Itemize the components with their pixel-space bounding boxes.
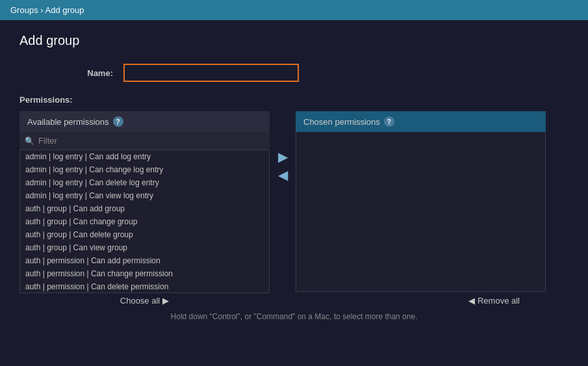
chosen-panel-title: Chosen permissions (303, 117, 380, 127)
available-permission-item[interactable]: admin | log entry | Can change log entry (20, 163, 269, 176)
breadcrumb-parent-link[interactable]: Groups (10, 5, 38, 15)
available-permission-item[interactable]: auth | group | Can add group (20, 202, 269, 215)
remove-all-arrow-icon: ◀ (468, 296, 475, 306)
available-permission-item[interactable]: auth | group | Can change group (20, 215, 269, 228)
permissions-container: Available permissions ? 🔍 admin | log en… (19, 111, 569, 293)
chosen-permissions-panel: Chosen permissions ? (296, 111, 546, 292)
chosen-permissions-list[interactable] (296, 132, 546, 292)
available-permission-item[interactable]: auth | permission | Can delete permissio… (20, 280, 269, 293)
move-right-button[interactable]: ▶ (278, 150, 288, 163)
name-label: Name: (19, 68, 123, 78)
footer-right: ◀ Remove all (270, 296, 520, 306)
page-title: Add group (19, 33, 569, 48)
footer-left: Choose all ▶ (19, 296, 270, 306)
available-permission-item[interactable]: auth | permission | Can add permission (20, 254, 269, 267)
available-permissions-list[interactable]: admin | log entry | Can add log entryadm… (19, 150, 270, 293)
remove-all-button[interactable]: ◀ Remove all (468, 296, 520, 306)
available-permission-item[interactable]: auth | group | Can delete group (20, 228, 269, 241)
name-form-row: Name: (19, 64, 569, 82)
available-panel-header: Available permissions ? (19, 111, 270, 132)
chosen-help-icon[interactable]: ? (384, 116, 394, 127)
search-icon: 🔍 (25, 137, 34, 146)
available-permission-item[interactable]: admin | log entry | Can delete log entry (20, 176, 269, 189)
breadcrumb-separator: › (40, 5, 45, 15)
available-help-icon[interactable]: ? (113, 116, 123, 127)
filter-row: 🔍 (19, 132, 270, 150)
breadcrumb-current: Add group (45, 5, 84, 15)
filter-input[interactable] (38, 136, 264, 146)
chosen-panel-header: Chosen permissions ? (296, 111, 546, 132)
main-content: Add group Name: Permissions: Available p… (0, 20, 588, 334)
available-permission-item[interactable]: auth | group | Can view group (20, 241, 269, 254)
move-left-button[interactable]: ◀ (278, 168, 288, 181)
arrow-controls: ▶ ◀ (270, 111, 296, 181)
permissions-section: Permissions: Available permissions ? 🔍 a… (19, 95, 569, 321)
permissions-label: Permissions: (19, 95, 569, 105)
available-panel-title: Available permissions (27, 117, 109, 127)
available-permission-item[interactable]: admin | log entry | Can add log entry (20, 150, 269, 163)
name-input[interactable] (123, 64, 299, 82)
choose-all-button[interactable]: Choose all ▶ (120, 296, 169, 306)
available-permission-item[interactable]: auth | permission | Can change permissio… (20, 267, 269, 280)
footer-row: Choose all ▶ ◀ Remove all (19, 296, 520, 306)
remove-all-label: Remove all (478, 296, 520, 306)
available-permissions-panel: Available permissions ? 🔍 admin | log en… (19, 111, 270, 293)
choose-all-label: Choose all (120, 296, 160, 306)
breadcrumb-bar: Groups › Add group (0, 0, 588, 20)
available-permission-item[interactable]: admin | log entry | Can view log entry (20, 189, 269, 202)
choose-all-arrow-icon: ▶ (162, 296, 169, 306)
hint-text: Hold down "Control", or "Command" on a M… (19, 312, 569, 321)
